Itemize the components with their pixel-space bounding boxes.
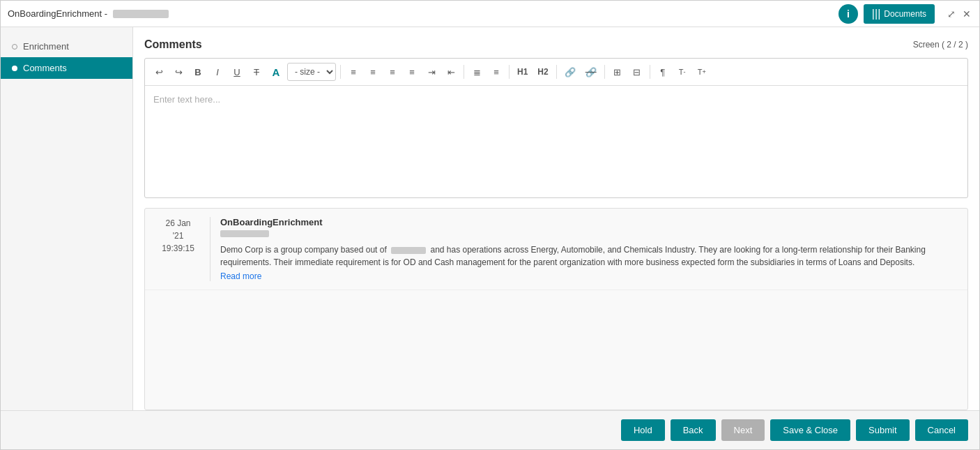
align-right-button[interactable]: ≡ bbox=[384, 65, 401, 80]
footer: Hold Back Next Save & Close Submit Cance… bbox=[1, 410, 979, 449]
sidebar-item-enrichment-label: Enrichment bbox=[23, 41, 69, 52]
sidebar-item-comments[interactable]: Comments bbox=[1, 57, 132, 79]
editor-toolbar: ↩ ↪ B I U T A - size - 8 10 12 14 16 18 bbox=[145, 59, 967, 86]
align-left-button[interactable]: ≡ bbox=[345, 65, 362, 80]
sidebar-item-enrichment[interactable]: Enrichment bbox=[1, 36, 132, 57]
toolbar-sep-5 bbox=[604, 65, 605, 79]
window-controls: ⤢ ✕ bbox=[946, 8, 972, 20]
bold-button[interactable]: B bbox=[190, 65, 206, 80]
title-bar: OnBoardingEnrichment - i ||| Documents ⤢… bbox=[1, 1, 979, 27]
outdent-button[interactable]: ⇤ bbox=[443, 65, 459, 80]
superscript-button[interactable]: T+ bbox=[694, 66, 710, 78]
strikethrough-button[interactable]: T bbox=[248, 65, 265, 80]
comment-body: OnBoardingEnrichment Demo Corp is a grou… bbox=[210, 217, 958, 281]
app-window: OnBoardingEnrichment - i ||| Documents ⤢… bbox=[0, 0, 980, 450]
read-more-link[interactable]: Read more bbox=[220, 271, 958, 281]
comments-section: 26 Jan '21 19:39:15 OnBoardingEnrichment… bbox=[144, 208, 968, 410]
comment-day: 26 Jan bbox=[155, 217, 201, 230]
next-button[interactable]: Next bbox=[721, 419, 765, 441]
table-alt-button[interactable]: ⊟ bbox=[629, 65, 645, 80]
redacted-word bbox=[391, 247, 426, 254]
comment-item: 26 Jan '21 19:39:15 OnBoardingEnrichment… bbox=[145, 209, 967, 290]
screen-indicator: Screen ( 2 / 2 ) bbox=[913, 40, 968, 50]
documents-icon: ||| bbox=[872, 8, 880, 20]
app-title-blur bbox=[113, 10, 169, 18]
main-content: Comments Screen ( 2 / 2 ) ↩ ↪ B I U T A … bbox=[133, 27, 979, 410]
underline-button[interactable]: U bbox=[229, 65, 245, 80]
italic-button[interactable]: I bbox=[209, 65, 226, 80]
sidebar-item-comments-label: Comments bbox=[23, 63, 67, 73]
toolbar-sep-6 bbox=[650, 65, 650, 79]
toolbar-sep-2 bbox=[464, 65, 464, 79]
submit-button[interactable]: Submit bbox=[856, 419, 909, 441]
comment-time: 19:39:15 bbox=[155, 242, 201, 255]
indent-button[interactable]: ⇥ bbox=[423, 65, 440, 80]
documents-button[interactable]: ||| Documents bbox=[864, 4, 935, 24]
comment-year: '21 bbox=[155, 230, 201, 242]
ordered-list-button[interactable]: ≡ bbox=[488, 65, 505, 80]
sidebar: Enrichment Comments bbox=[1, 27, 133, 410]
title-bar-left: OnBoardingEnrichment - bbox=[8, 8, 169, 19]
expand-button[interactable]: ⤢ bbox=[946, 8, 957, 20]
app-title: OnBoardingEnrichment - bbox=[8, 8, 107, 19]
documents-label: Documents bbox=[884, 9, 926, 19]
align-center-button[interactable]: ≡ bbox=[365, 65, 381, 80]
comment-date: 26 Jan '21 19:39:15 bbox=[155, 217, 210, 281]
save-close-button[interactable]: Save & Close bbox=[770, 419, 850, 441]
close-button[interactable]: ✕ bbox=[961, 8, 972, 20]
hold-button[interactable]: Hold bbox=[621, 419, 665, 441]
app-body: Enrichment Comments Comments Screen ( 2 … bbox=[1, 27, 979, 410]
font-size-select[interactable]: - size - 8 10 12 14 16 18 24 bbox=[287, 63, 336, 81]
unordered-list-button[interactable]: ≣ bbox=[468, 65, 485, 80]
toolbar-sep-4 bbox=[556, 65, 557, 79]
link-button[interactable]: 🔗 bbox=[561, 65, 579, 80]
cancel-button[interactable]: Cancel bbox=[915, 419, 968, 441]
info-button[interactable]: i bbox=[839, 4, 858, 24]
editor-container: ↩ ↪ B I U T A - size - 8 10 12 14 16 18 bbox=[144, 58, 968, 198]
subscript-button[interactable]: T- bbox=[674, 66, 691, 78]
content-header: Comments Screen ( 2 / 2 ) bbox=[144, 38, 968, 51]
comment-user-blur bbox=[220, 230, 269, 237]
unlink-button[interactable]: 🔗 bbox=[582, 65, 600, 80]
justify-button[interactable]: ≡ bbox=[404, 65, 420, 80]
toolbar-sep-1 bbox=[340, 65, 341, 79]
comments-dot bbox=[12, 66, 17, 71]
title-bar-right: i ||| Documents ⤢ ✕ bbox=[839, 4, 972, 24]
font-color-button[interactable]: A bbox=[268, 64, 284, 80]
editor-placeholder: Enter text here... bbox=[153, 94, 220, 105]
comment-author: OnBoardingEnrichment bbox=[220, 217, 958, 227]
toolbar-sep-3 bbox=[509, 65, 510, 79]
h1-button[interactable]: H1 bbox=[514, 65, 531, 79]
undo-button[interactable]: ↩ bbox=[151, 65, 167, 80]
comment-text: Demo Corp is a group company based out o… bbox=[220, 243, 958, 269]
table-button[interactable]: ⊞ bbox=[609, 65, 626, 80]
back-button[interactable]: Back bbox=[671, 419, 716, 441]
redo-button[interactable]: ↪ bbox=[170, 65, 187, 80]
h2-button[interactable]: H2 bbox=[534, 65, 551, 79]
editor-area[interactable]: Enter text here... bbox=[145, 86, 967, 197]
enrichment-dot bbox=[12, 44, 17, 50]
section-title: Comments bbox=[144, 38, 202, 51]
paragraph-button[interactable]: ¶ bbox=[654, 65, 671, 80]
